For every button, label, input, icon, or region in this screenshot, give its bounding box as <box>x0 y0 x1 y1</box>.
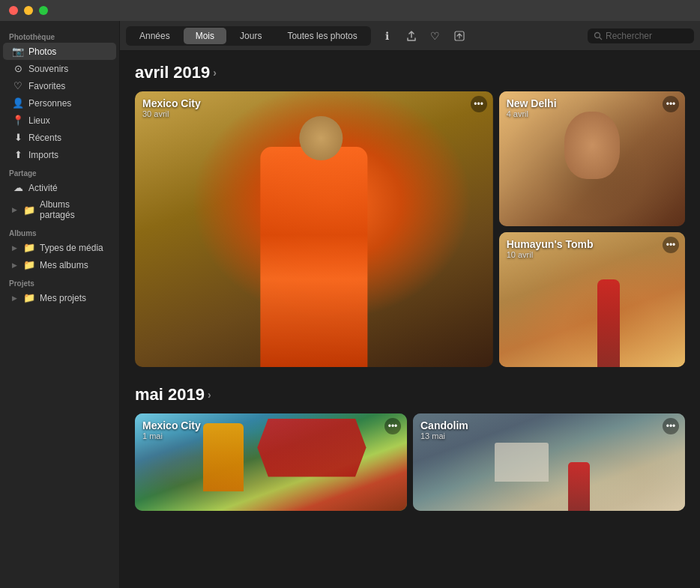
place-date-newdelhi: 4 avril <box>507 109 557 118</box>
sidebar-item-mes-projets[interactable]: ▶ 📁 Mes projets <box>3 289 116 306</box>
window: Photothèque 📷 Photos ⊙ Souvenirs ♡ Favor… <box>0 21 700 588</box>
sidebar-label-imports: Imports <box>28 150 58 160</box>
chevron-mai: › <box>208 389 211 401</box>
sidebar-section-phototheque: Photothèque <box>0 27 119 43</box>
place-name-newdelhi: New Delhi <box>507 97 557 109</box>
place-date-mexico-may: 1 mai <box>142 431 201 440</box>
maximize-button[interactable] <box>39 6 48 15</box>
more-btn-mexico-may[interactable]: ••• <box>384 418 401 434</box>
share-button[interactable] <box>401 25 422 46</box>
more-btn-candolim[interactable]: ••• <box>663 418 679 434</box>
sidebar-section-projets: Projets <box>0 273 119 289</box>
month-title-avril[interactable]: avril 2019 › <box>135 63 685 82</box>
sidebar-item-mes-albums[interactable]: ▶ 📁 Mes albums <box>3 256 116 273</box>
place-date-mexico-april: 30 avril <box>142 109 201 118</box>
photo-grid-mai: Mexico City 1 mai ••• C <box>135 413 685 511</box>
place-date-candolim: 13 mai <box>420 431 468 440</box>
sidebar: Photothèque 📷 Photos ⊙ Souvenirs ♡ Favor… <box>0 21 120 588</box>
overlay-info-mexico-april: Mexico City 30 avril <box>142 97 201 118</box>
photo-card-mexico-april[interactable]: Mexico City 30 avril ••• <box>135 91 493 367</box>
sidebar-label-personnes: Personnes <box>28 98 71 109</box>
sidebar-label-mes-albums: Mes albums <box>40 260 88 270</box>
types-media-icon: 📁 <box>23 242 35 253</box>
more-btn-humayun[interactable]: ••• <box>663 237 679 253</box>
tab-toutes-photos[interactable]: Toutes les photos <box>275 28 369 44</box>
search-input[interactable] <box>606 31 688 41</box>
sidebar-item-recents[interactable]: ⬇ Récents <box>3 129 116 146</box>
search-icon <box>594 31 603 40</box>
mes-albums-icon: 📁 <box>23 259 35 270</box>
activite-icon: ☁ <box>12 182 24 193</box>
sidebar-section-albums: Albums <box>0 223 119 239</box>
month-title-mai[interactable]: mai 2019 › <box>135 385 685 404</box>
sidebar-item-albums-partages[interactable]: ▶ 📁 Albums partagés <box>3 196 116 223</box>
sidebar-label-types-media: Types de média <box>40 243 103 253</box>
upload-button[interactable] <box>449 25 470 46</box>
more-btn-mexico-april[interactable]: ••• <box>471 96 487 112</box>
sidebar-label-mes-projets: Mes projets <box>40 293 86 303</box>
tab-jours[interactable]: Jours <box>228 28 274 44</box>
photo-card-candolim[interactable]: Candolim 13 mai ••• <box>413 413 685 511</box>
place-name-candolim: Candolim <box>420 419 468 431</box>
lieux-icon: 📍 <box>12 115 24 126</box>
overlay-info-mexico-may: Mexico City 1 mai <box>142 419 201 440</box>
imports-icon: ⬆ <box>12 149 24 160</box>
overlay-info-humayun: Humayun's Tomb 10 avril <box>507 238 594 259</box>
tab-mois[interactable]: Mois <box>184 28 226 44</box>
sidebar-label-souvenirs: Souvenirs <box>28 64 68 74</box>
search-box[interactable] <box>588 28 694 43</box>
sidebar-label-activite: Activité <box>28 183 58 193</box>
souvenirs-icon: ⊙ <box>12 63 24 74</box>
overlay-info-candolim: Candolim 13 mai <box>420 419 468 440</box>
photos-icon: 📷 <box>12 46 24 57</box>
overlay-info-newdelhi: New Delhi 4 avril <box>507 97 557 118</box>
chevron-avril: › <box>213 67 217 79</box>
place-name-humayun: Humayun's Tomb <box>507 238 594 250</box>
favorites-icon: ♡ <box>12 80 24 91</box>
more-btn-newdelhi[interactable]: ••• <box>663 96 679 112</box>
place-name-mexico-may: Mexico City <box>142 419 201 431</box>
svg-point-1 <box>595 32 600 37</box>
sidebar-label-albums-partages: Albums partagés <box>40 199 107 220</box>
sidebar-section-partage: Partage <box>0 163 119 179</box>
sidebar-item-imports[interactable]: ⬆ Imports <box>3 146 116 163</box>
arrow-icon-2: ▶ <box>12 244 17 252</box>
personnes-icon: 👤 <box>12 97 24 109</box>
tab-group: Années Mois Jours Toutes les photos <box>126 26 371 46</box>
place-name-mexico-april: Mexico City <box>142 97 201 109</box>
sidebar-item-types-media[interactable]: ▶ 📁 Types de média <box>3 239 116 256</box>
sidebar-label-photos: Photos <box>28 46 56 57</box>
photo-card-humayun[interactable]: Humayun's Tomb 10 avril ••• <box>499 232 685 367</box>
sidebar-label-recents: Récents <box>28 133 61 143</box>
month-section-mai: mai 2019 › Mexico City 1 mai <box>135 385 685 511</box>
close-button[interactable] <box>9 6 18 15</box>
heart-button[interactable]: ♡ <box>425 25 446 46</box>
sidebar-item-favorites[interactable]: ♡ Favorites <box>3 77 116 94</box>
sidebar-item-activite[interactable]: ☁ Activité <box>3 179 116 196</box>
main-content: avril 2019 › Mexico City 30 avril <box>120 51 700 588</box>
place-date-humayun: 10 avril <box>507 250 594 259</box>
photo-grid-avril: Mexico City 30 avril ••• New Delhi <box>135 91 685 367</box>
minimize-button[interactable] <box>24 6 33 15</box>
sidebar-label-lieux: Lieux <box>28 115 50 126</box>
sidebar-item-souvenirs[interactable]: ⊙ Souvenirs <box>3 60 116 77</box>
month-section-avril: avril 2019 › Mexico City 30 avril <box>135 63 685 367</box>
month-label-avril: avril 2019 <box>135 63 210 82</box>
info-button[interactable]: ℹ <box>377 25 398 46</box>
tab-annees[interactable]: Années <box>127 28 182 44</box>
arrow-icon: ▶ <box>12 206 17 213</box>
toolbar: Années Mois Jours Toutes les photos ℹ ♡ <box>120 21 700 51</box>
sidebar-item-lieux[interactable]: 📍 Lieux <box>3 112 116 129</box>
photo-card-newdelhi[interactable]: New Delhi 4 avril ••• <box>499 91 685 226</box>
arrow-icon-3: ▶ <box>12 261 17 269</box>
sidebar-item-photos[interactable]: 📷 Photos <box>3 43 116 60</box>
albums-partages-icon: 📁 <box>23 204 35 216</box>
mes-projets-icon: 📁 <box>23 292 35 303</box>
titlebar <box>0 0 700 21</box>
arrow-icon-4: ▶ <box>12 294 17 302</box>
sidebar-item-personnes[interactable]: 👤 Personnes <box>3 94 116 112</box>
photo-card-mexico-may[interactable]: Mexico City 1 mai ••• <box>135 413 407 511</box>
toolbar-actions: ℹ ♡ <box>377 25 470 46</box>
svg-line-2 <box>600 37 603 40</box>
sidebar-label-favorites: Favorites <box>28 81 65 91</box>
